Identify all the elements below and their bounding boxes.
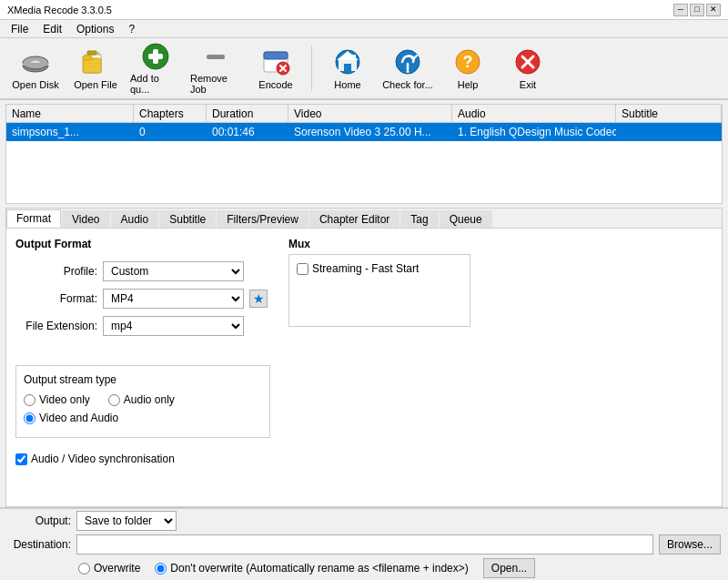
col-header-chapters: Chapters <box>134 105 207 122</box>
no-overwrite-radio[interactable] <box>155 563 167 575</box>
output-label: Output: <box>7 514 71 527</box>
maximize-button[interactable]: □ <box>690 4 704 16</box>
profile-select[interactable]: Custom <box>103 261 244 281</box>
format-select[interactable]: MP4 <box>103 289 244 309</box>
file-list-container: Name Chapters Duration Video Audio Subti… <box>5 104 723 204</box>
favorite-button[interactable]: ★ <box>249 290 268 308</box>
svg-rect-5 <box>87 51 96 55</box>
tab-subtitle[interactable]: Subtitle <box>159 210 216 228</box>
window-controls: ─ □ ✕ <box>673 4 721 16</box>
tab-tag[interactable]: Tag <box>400 210 438 228</box>
open-disk-label: Open Disk <box>12 79 58 90</box>
stream-type-title: Output stream type <box>24 373 262 386</box>
audio-sync-label[interactable]: Audio / Video synchronisation <box>15 453 175 465</box>
video-only-text: Video only <box>39 393 90 406</box>
svg-marker-6 <box>97 51 101 55</box>
overwrite-text: Overwrite <box>94 562 140 575</box>
menu-edit[interactable]: Edit <box>35 21 69 37</box>
svg-rect-14 <box>148 54 163 59</box>
no-overwrite-text: Don't overwrite (Automatically rename as… <box>170 562 468 575</box>
cell-duration: 00:01:46 <box>207 123 288 141</box>
menu-file[interactable]: File <box>4 21 35 37</box>
output-format-title: Output Format <box>15 238 270 250</box>
destination-input[interactable]: C:\Users\Sebastian\Videos <box>76 534 653 555</box>
encode-button[interactable]: Encode <box>248 42 304 95</box>
format-label: Format: <box>15 292 97 305</box>
streaming-label[interactable]: Streaming - Fast Start <box>297 262 462 275</box>
check-updates-icon <box>391 46 424 77</box>
minimize-button[interactable]: ─ <box>673 4 688 16</box>
video-and-audio-text: Video and Audio <box>39 412 118 424</box>
extension-row: File Extension: mp4 <box>15 316 270 336</box>
video-only-label[interactable]: Video only <box>24 393 90 406</box>
help-button[interactable]: ? Help <box>440 42 496 95</box>
streaming-text: Streaming - Fast Start <box>312 262 419 275</box>
add-to-queue-button[interactable]: Add to qu... <box>127 42 184 95</box>
cell-audio: 1. English QDesign Music Codec 2 12... <box>452 123 616 141</box>
video-and-audio-radio[interactable] <box>24 412 35 424</box>
cell-subtitle <box>616 123 722 141</box>
remove-job-label: Remove Job <box>190 73 241 95</box>
add-to-queue-label: Add to qu... <box>130 73 181 95</box>
check-updates-label: Check for... <box>382 79 433 90</box>
profile-row: Profile: Custom <box>15 261 270 281</box>
home-label: Home <box>334 79 360 90</box>
cell-video: Sorenson Video 3 25.00 H... <box>288 123 452 141</box>
remove-job-button[interactable]: Remove Job <box>187 42 244 95</box>
open-button[interactable]: Open... <box>483 558 535 578</box>
svg-point-28 <box>407 70 410 73</box>
col-header-video: Video <box>288 105 452 122</box>
open-disk-button[interactable]: Open Disk <box>7 42 64 95</box>
output-row: Output: Save to folder Save to source fo… <box>7 511 721 531</box>
destination-label: Destination: <box>7 538 71 551</box>
audio-only-radio[interactable] <box>108 394 120 406</box>
remove-job-icon <box>199 42 232 71</box>
tab-queue[interactable]: Queue <box>440 210 492 228</box>
home-button[interactable]: Home <box>319 42 376 95</box>
mux-inner: Streaming - Fast Start <box>288 254 470 327</box>
col-header-subtitle: Subtitle <box>616 105 722 122</box>
svg-text:?: ? <box>463 53 473 71</box>
tab-format[interactable]: Format <box>6 209 61 228</box>
audio-only-label[interactable]: Audio only <box>108 393 175 406</box>
overwrite-row: Overwrite Don't overwrite (Automatically… <box>7 558 721 578</box>
cell-name: simpsons_1... <box>6 123 134 141</box>
extension-select[interactable]: mp4 <box>103 316 244 336</box>
col-header-audio: Audio <box>452 105 616 122</box>
open-disk-icon <box>19 46 52 77</box>
stream-type-row1: Video only Audio only <box>24 393 262 406</box>
streaming-checkbox[interactable] <box>297 263 308 275</box>
svg-rect-11 <box>83 56 92 60</box>
open-file-button[interactable]: Open File <box>67 42 124 95</box>
output-select[interactable]: Save to folder Save to source folder Sam… <box>76 511 177 531</box>
no-overwrite-label[interactable]: Don't overwrite (Automatically rename as… <box>155 562 468 575</box>
app-title: XMedia Recode 3.3.0.5 <box>7 5 112 15</box>
file-list-header: Name Chapters Duration Video Audio Subti… <box>6 105 722 123</box>
stream-type-row2: Video and Audio <box>24 412 262 424</box>
video-and-audio-label[interactable]: Video and Audio <box>24 412 118 424</box>
tab-audio[interactable]: Audio <box>111 210 159 228</box>
exit-button[interactable]: Exit <box>500 42 556 95</box>
overwrite-radio[interactable] <box>78 563 90 575</box>
menu-help[interactable]: ? <box>121 21 142 37</box>
menu-options[interactable]: Options <box>69 21 121 37</box>
audio-sync-row: Audio / Video synchronisation <box>15 453 270 465</box>
close-button[interactable]: ✕ <box>706 4 721 16</box>
tab-bar: Format Video Audio Subtitle Filters/Prev… <box>6 209 722 229</box>
tab-filters-preview[interactable]: Filters/Preview <box>217 210 308 228</box>
video-only-radio[interactable] <box>24 394 35 406</box>
table-row[interactable]: simpsons_1... 0 00:01:46 Sorenson Video … <box>6 123 722 141</box>
overwrite-label[interactable]: Overwrite <box>78 562 140 575</box>
tab-content-format: Output Format Profile: Custom Format: MP… <box>6 229 722 506</box>
tab-video[interactable]: Video <box>62 210 109 228</box>
mux-title: Mux <box>288 238 470 250</box>
browse-button[interactable]: Browse... <box>659 534 721 555</box>
exit-icon <box>511 46 544 77</box>
col-header-duration: Duration <box>207 105 288 122</box>
tabs-section: Format Video Audio Subtitle Filters/Prev… <box>5 208 723 507</box>
audio-sync-checkbox[interactable] <box>15 453 27 465</box>
tab-chapter-editor[interactable]: Chapter Editor <box>309 210 399 228</box>
menu-bar: File Edit Options ? <box>0 20 728 38</box>
check-updates-button[interactable]: Check for... <box>379 42 436 95</box>
profile-label: Profile: <box>15 265 97 278</box>
